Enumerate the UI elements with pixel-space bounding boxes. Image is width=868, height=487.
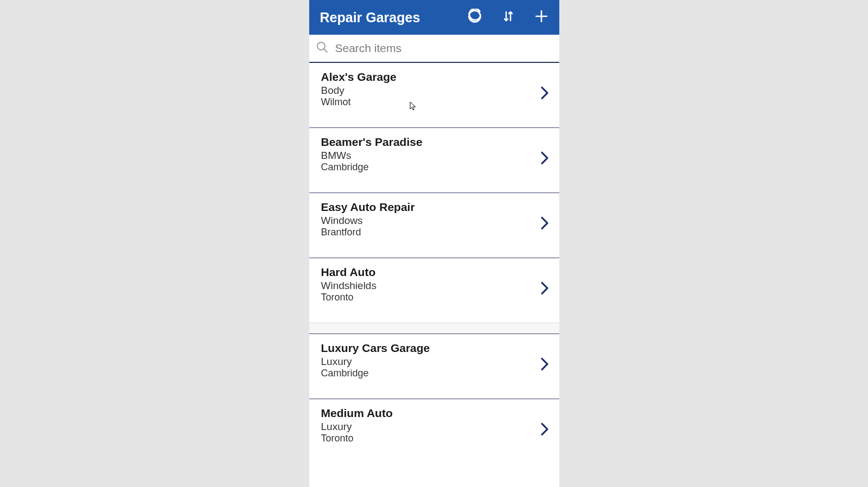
sort-button[interactable] <box>502 9 515 26</box>
item-title: Medium Auto <box>321 407 548 420</box>
item-subtitle: Luxury <box>321 421 548 433</box>
item-location: Cambridge <box>321 368 548 379</box>
search-icon <box>316 41 329 56</box>
plus-icon <box>534 9 548 25</box>
item-location: Toronto <box>321 292 548 303</box>
refresh-button[interactable] <box>467 9 482 26</box>
header-actions <box>467 9 548 26</box>
list-item[interactable]: Medium Auto Luxury Toronto <box>309 399 559 464</box>
chevron-right-icon <box>540 356 550 374</box>
chevron-right-icon <box>540 280 550 298</box>
search-input[interactable] <box>335 42 553 55</box>
item-title: Alex's Garage <box>321 71 548 84</box>
svg-line-5 <box>324 49 327 52</box>
item-title: Hard Auto <box>321 266 548 279</box>
item-location: Toronto <box>321 433 548 444</box>
item-title: Luxury Cars Garage <box>321 342 548 355</box>
list-item[interactable]: Luxury Cars Garage Luxury Cambridge <box>309 334 559 399</box>
chevron-right-icon <box>540 85 550 103</box>
list-item[interactable]: Hard Auto Windshields Toronto <box>309 258 559 323</box>
list-item[interactable]: Alex's Garage Body Wilmot <box>309 63 559 128</box>
item-subtitle: Windshields <box>321 280 548 292</box>
item-subtitle: Luxury <box>321 356 548 368</box>
app-header: Repair Garages <box>309 0 559 35</box>
page-title: Repair Garages <box>320 10 467 25</box>
item-title: Easy Auto Repair <box>321 201 548 214</box>
item-title: Beamer's Paradise <box>321 136 548 149</box>
sort-icon <box>502 9 515 26</box>
chevron-right-icon <box>540 215 550 233</box>
garage-list[interactable]: Alex's Garage Body Wilmot Beamer's Parad… <box>309 63 559 487</box>
item-subtitle: Windows <box>321 215 548 227</box>
item-location: Wilmot <box>321 97 548 108</box>
item-subtitle: Body <box>321 85 548 97</box>
list-item[interactable]: Easy Auto Repair Windows Brantford <box>309 193 559 258</box>
list-item[interactable]: Beamer's Paradise BMWs Cambridge <box>309 128 559 193</box>
item-location: Brantford <box>321 227 548 238</box>
search-bar <box>309 35 559 63</box>
refresh-icon <box>467 9 482 26</box>
chevron-right-icon <box>540 421 550 439</box>
item-location: Cambridge <box>321 162 548 173</box>
chevron-right-icon <box>540 150 550 168</box>
add-button[interactable] <box>534 9 548 25</box>
section-divider <box>309 323 559 334</box>
app-container: Repair Garages <box>309 0 559 487</box>
item-subtitle: BMWs <box>321 150 548 162</box>
